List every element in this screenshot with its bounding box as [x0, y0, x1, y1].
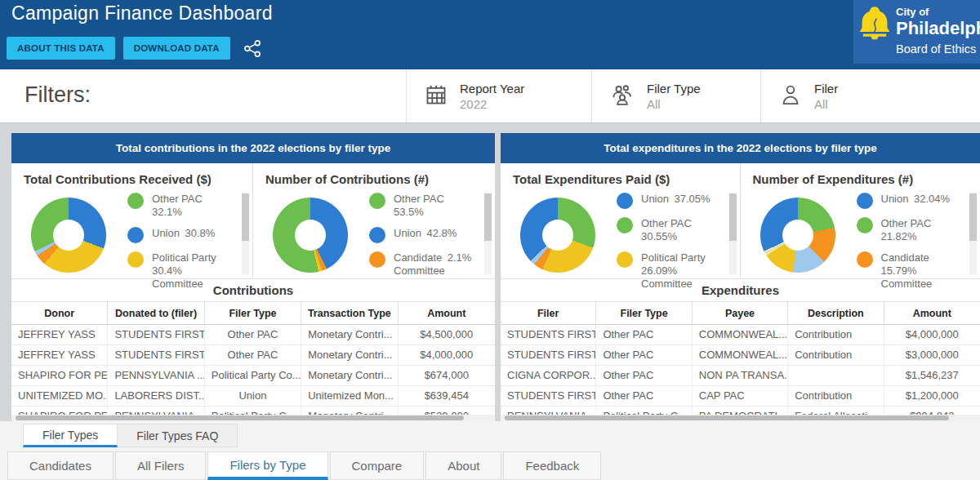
table-row[interactable]: STUDENTS FIRST...Other PACCAP PACContrib… — [501, 386, 980, 407]
table-cell: STUDENTS FIRST... — [108, 345, 204, 365]
table-cell: STUDENTS FIRST... — [501, 325, 596, 344]
filter-filer[interactable]: FilerAll — [760, 69, 980, 122]
legend-label: Political Party 26.09%Committee — [641, 251, 722, 291]
table-row[interactable]: JEFFREY YASSSTUDENTS FIRST...Other PACMo… — [11, 325, 495, 345]
chart-legend: Union 32.04%Other PAC 21.82%Candidate 15… — [857, 193, 963, 291]
column-header[interactable]: Description — [788, 302, 884, 324]
scrollbar-thumb[interactable] — [242, 193, 249, 241]
table-cell: Other PAC — [596, 325, 692, 344]
logo-city-of: City of — [896, 7, 980, 18]
table-cell: Monetary Contri... — [301, 345, 398, 365]
tab-filer-types-faq[interactable]: Filer Types FAQ — [118, 424, 238, 447]
table-header-row: DonorDonated to (filer)Filer TypeTransac… — [11, 302, 495, 325]
table-cell: SHAPIRO FOR PE... — [11, 366, 108, 385]
table-cell — [788, 366, 884, 385]
share-icon[interactable] — [243, 39, 262, 58]
legend-label: Other PAC 32.1% — [152, 193, 234, 219]
table-cell: STUDENTS FIRST... — [501, 345, 596, 365]
table-row[interactable]: UNITEMIZED MO...LABORERS DIST...UnionUni… — [11, 386, 495, 407]
column-header[interactable]: Filer Type — [205, 302, 301, 324]
horizontal-scrollbar[interactable] — [501, 415, 980, 421]
legend-item[interactable]: Union 42.8% — [369, 227, 477, 243]
table-row[interactable]: CIGNA CORPOR...Other PACNON PA TRANSA...… — [501, 366, 980, 386]
filter-text: Filer TypeAll — [647, 82, 701, 111]
legend-label: Other PAC 53.5% — [394, 193, 477, 219]
table-cell: Other PAC — [596, 366, 692, 385]
filter-report-year[interactable]: Report Year2022 — [406, 69, 591, 122]
donut-hole — [782, 220, 813, 251]
about-this-data-button[interactable]: ABOUT THIS DATA — [7, 37, 115, 60]
download-data-button[interactable]: DOWNLOAD DATA — [123, 37, 230, 60]
table-cell: STUDENTS FIRST... — [108, 325, 204, 344]
legend-item[interactable]: Other PAC 21.82% — [857, 217, 963, 243]
legend-item[interactable]: Union 37.05% — [617, 193, 722, 209]
column-header[interactable]: Amount — [399, 302, 495, 324]
donut-hole — [542, 220, 573, 251]
tab-feedback[interactable]: Feedback — [503, 451, 601, 480]
column-header[interactable]: Filer Type — [596, 302, 692, 324]
table-row[interactable]: SHAPIRO FOR PE...PENNSYLVANIA ...Politic… — [11, 366, 495, 386]
table-cell: CIGNA CORPOR... — [501, 366, 596, 385]
legend-label: Political Party 30.4%Committee — [152, 251, 234, 291]
legend-label: Other PAC 30.55% — [641, 217, 722, 243]
table-cell: Contribution — [788, 325, 884, 344]
chart-section: Total Expenditures Paid ($)Union 37.05%O… — [501, 163, 741, 278]
table-cell: Other PAC — [596, 386, 692, 406]
column-header[interactable]: Filer — [501, 302, 596, 324]
tab-filers-by-type[interactable]: Filers by Type — [207, 451, 327, 480]
contributions-panel: Total contributions in the 2022 election… — [11, 133, 495, 421]
horizontal-scrollbar[interactable] — [11, 415, 495, 421]
tab-all-filers[interactable]: All Filers — [115, 451, 207, 480]
expenditures-panel-body: Total Expenditures Paid ($)Union 37.05%O… — [501, 163, 980, 421]
table-cell: COMMONWEAL... — [693, 325, 788, 344]
table-cell: STUDENTS FIRST... — [501, 386, 596, 406]
table-row[interactable]: STUDENTS FIRST...Other PACCOMMONWEAL...C… — [501, 325, 980, 345]
column-header[interactable]: Donated to (filer) — [108, 302, 204, 324]
column-header[interactable]: Payee — [693, 302, 788, 324]
table-body: STUDENTS FIRST...Other PACCOMMONWEAL...C… — [501, 325, 980, 416]
legend-scrollbar[interactable] — [242, 193, 249, 274]
legend-item[interactable]: Other PAC 53.5% — [369, 193, 477, 219]
tab-about[interactable]: About — [425, 451, 501, 480]
column-header[interactable]: Transaction Type — [301, 302, 398, 324]
tab-candidates[interactable]: Candidates — [7, 451, 114, 480]
table-cell: $674,000 — [399, 366, 495, 385]
person-icon — [779, 83, 802, 109]
donut-chart[interactable] — [760, 198, 835, 273]
calendar-icon — [425, 83, 448, 109]
table-row[interactable]: JEFFREY YASSSTUDENTS FIRST...Other PACMo… — [11, 345, 495, 366]
donut-chart[interactable] — [31, 198, 106, 273]
app-header: Campaign Finance Dashboard ABOUT THIS DA… — [0, 0, 980, 69]
column-header[interactable]: Donor — [11, 302, 108, 324]
tab-compare[interactable]: Compare — [330, 451, 425, 480]
tab-filer-types[interactable]: Filer Types — [23, 424, 118, 447]
legend-item[interactable]: Candidate 2.1%Committee — [369, 251, 477, 278]
filter-text: FilerAll — [814, 82, 838, 111]
donut-chart[interactable] — [273, 198, 348, 273]
legend-item[interactable]: Political Party 30.4%Committee — [127, 251, 234, 291]
donut-chart[interactable] — [520, 198, 595, 273]
legend-item[interactable]: Other PAC 30.55% — [617, 217, 722, 243]
table-title: Contributions — [11, 278, 495, 302]
legend-item[interactable]: Other PAC 32.1% — [127, 193, 234, 219]
logo-text: City of Philadelphia Board of Ethics — [896, 5, 980, 56]
table-row[interactable]: STUDENTS FIRST...Other PACCOMMONWEAL...C… — [501, 345, 980, 366]
legend-item[interactable]: Union 32.04% — [857, 193, 963, 209]
table-cell: NON PA TRANSA... — [693, 366, 788, 385]
scrollbar-thumb[interactable] — [969, 193, 977, 241]
legend-item[interactable]: Candidate 15.79%Committee — [857, 251, 963, 291]
legend-item[interactable]: Union 30.8% — [127, 227, 234, 243]
scrollbar-thumb[interactable] — [729, 193, 737, 241]
legend-scrollbar[interactable] — [484, 193, 492, 274]
bottom-tab-area: Filer TypesFiler Types FAQ CandidatesAll… — [0, 421, 980, 480]
legend-label: Union 30.8% — [152, 227, 215, 240]
legend-scrollbar[interactable] — [969, 193, 977, 274]
header-buttons: ABOUT THIS DATA DOWNLOAD DATA — [7, 37, 262, 60]
column-header[interactable]: Amount — [884, 302, 980, 324]
scrollbar-thumb[interactable] — [484, 193, 492, 241]
table-cell: $1,546,237 — [884, 366, 980, 385]
legend-scrollbar[interactable] — [729, 193, 737, 274]
filter-filer-type[interactable]: Filer TypeAll — [591, 69, 760, 122]
legend-item[interactable]: Political Party 26.09%Committee — [617, 251, 722, 291]
table-body: JEFFREY YASSSTUDENTS FIRST...Other PACMo… — [11, 325, 495, 416]
